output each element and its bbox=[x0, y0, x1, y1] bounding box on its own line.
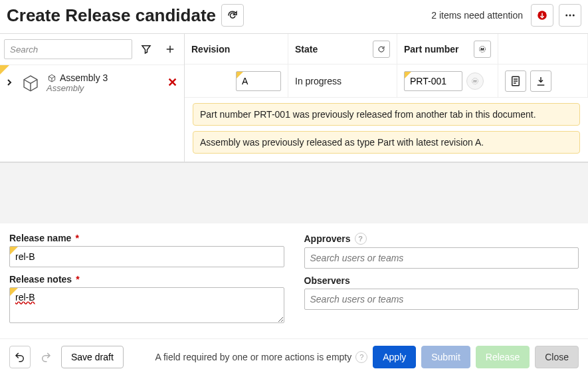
table-row: In progress bbox=[185, 64, 588, 98]
col-actions bbox=[498, 34, 588, 64]
help-icon[interactable]: ? bbox=[355, 233, 367, 245]
state-cell: In progress bbox=[288, 64, 397, 97]
tree-item-sub: Assembly bbox=[47, 83, 164, 93]
warning-box: Part number PRT-001 was previously relea… bbox=[193, 103, 580, 126]
footer: Save draft A field required by one or mo… bbox=[0, 338, 588, 375]
part-number-auto-button[interactable] bbox=[474, 41, 491, 58]
state-refresh-button[interactable] bbox=[373, 41, 390, 58]
expand-toggle[interactable] bbox=[4, 77, 15, 88]
save-draft-button[interactable]: Save draft bbox=[61, 346, 124, 368]
close-button[interactable]: Close bbox=[535, 346, 579, 368]
assembly-icon bbox=[19, 70, 43, 94]
apply-button[interactable]: Apply bbox=[373, 346, 416, 368]
download-icon bbox=[535, 75, 547, 87]
header: Create Release candidate 2 items need at… bbox=[0, 0, 588, 34]
document-icon bbox=[510, 75, 522, 87]
warning-box: Assembly was previously released as type… bbox=[193, 131, 580, 154]
footer-message: A field required by one or more actions … bbox=[155, 351, 368, 363]
flag-indicator-icon bbox=[0, 65, 9, 74]
search-input[interactable] bbox=[4, 39, 132, 59]
submit-button[interactable]: Submit bbox=[421, 346, 470, 368]
warnings-area: Part number PRT-001 was previously relea… bbox=[185, 98, 588, 162]
filter-button[interactable] bbox=[136, 39, 156, 59]
part-number-input[interactable] bbox=[404, 71, 462, 91]
tree-item-name: Assembly 3 bbox=[60, 72, 108, 83]
assembly-small-icon bbox=[47, 72, 57, 83]
top-region: Assembly 3 Assembly ✕ Revision State Par… bbox=[0, 34, 588, 162]
filter-icon bbox=[140, 43, 152, 56]
redo-button[interactable] bbox=[36, 347, 56, 367]
col-part-number: Part number bbox=[397, 34, 498, 64]
svg-point-1 bbox=[565, 15, 567, 17]
svg-point-2 bbox=[569, 15, 571, 17]
release-name-input[interactable] bbox=[9, 246, 284, 267]
form-area: Release name* Release notes* Approvers ?… bbox=[0, 223, 588, 332]
tree-item[interactable]: Assembly 3 Assembly ✕ bbox=[0, 64, 184, 100]
more-button[interactable] bbox=[559, 4, 581, 27]
refresh-button[interactable] bbox=[221, 4, 244, 27]
undo-button[interactable] bbox=[9, 346, 31, 368]
approvers-label: Approvers ? bbox=[304, 233, 579, 245]
redo-icon bbox=[40, 351, 52, 363]
empty-area bbox=[0, 162, 588, 223]
row-details-button[interactable] bbox=[505, 70, 526, 92]
hash-icon bbox=[471, 76, 479, 86]
part-number-generate-button[interactable] bbox=[466, 72, 484, 90]
hash-icon bbox=[478, 44, 486, 55]
help-icon[interactable]: ? bbox=[355, 351, 367, 363]
release-name-label: Release name* bbox=[9, 233, 284, 243]
attention-button[interactable] bbox=[531, 4, 553, 27]
release-notes-label: Release notes* bbox=[9, 274, 284, 285]
add-button[interactable] bbox=[160, 39, 180, 59]
attention-icon bbox=[536, 9, 548, 21]
refresh-icon bbox=[227, 9, 239, 21]
attention-text: 2 items need attention bbox=[431, 10, 523, 21]
release-button[interactable]: Release bbox=[476, 346, 530, 368]
revision-input[interactable] bbox=[236, 71, 281, 91]
svg-point-3 bbox=[573, 15, 575, 17]
undo-icon bbox=[14, 351, 26, 363]
observers-label: Observers bbox=[304, 275, 579, 286]
release-notes-input[interactable] bbox=[9, 287, 284, 323]
chevron-right-icon bbox=[6, 79, 13, 86]
page-title: Create Release candidate bbox=[7, 5, 216, 26]
table-panel: Revision State Part number In p bbox=[185, 34, 588, 162]
remove-row-button[interactable]: ✕ bbox=[164, 75, 180, 90]
row-download-button[interactable] bbox=[530, 70, 551, 92]
plus-icon bbox=[164, 43, 176, 56]
col-revision: Revision bbox=[185, 34, 288, 64]
approvers-input[interactable] bbox=[304, 247, 579, 269]
col-state: State bbox=[288, 34, 397, 64]
tree-panel: Assembly 3 Assembly ✕ bbox=[0, 34, 185, 162]
rotate-icon bbox=[377, 44, 385, 55]
more-icon bbox=[564, 9, 576, 21]
observers-input[interactable] bbox=[304, 289, 579, 310]
